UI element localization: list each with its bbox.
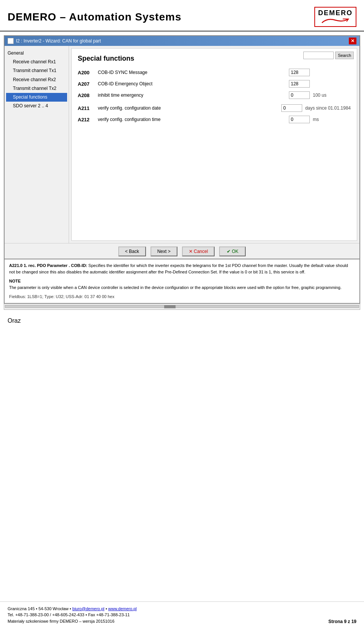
param-a208-unit: 100 us — [313, 93, 351, 98]
ok-button[interactable]: ✔ OK — [219, 246, 246, 256]
oraz-label: Oraz — [8, 317, 21, 324]
oraz-section: Oraz — [0, 310, 364, 332]
window-body: General Receive channel Rx1 Transmit cha… — [5, 46, 359, 243]
search-input[interactable] — [303, 52, 334, 59]
page-header: DEMERO – Automation Systems DEMERO — [0, 0, 364, 31]
scroll-thumb[interactable] — [164, 305, 176, 308]
param-a212-label: verify config. configuration time — [98, 117, 286, 122]
param-a207-label: COB-ID Emergency Object — [98, 81, 286, 86]
fieldbus-text: Fieldbus: 1LSB=1; Type: U32; USS-Adr: 01… — [9, 294, 355, 300]
footer-address: Graniczna 145 • 54-530 Wrocław • — [8, 606, 71, 611]
next-button[interactable]: Next > — [151, 246, 177, 256]
footer-phone-line: Tel. +48-71-388-23-00 / +48-605-242-433 … — [8, 612, 137, 618]
back-button[interactable]: < Back — [118, 246, 146, 256]
logo-box: DEMERO — [314, 7, 356, 27]
param-a211-code: A211 — [78, 105, 95, 111]
search-button[interactable]: Search — [335, 52, 354, 59]
param-a207-row: A207 COB-ID Emergency Object — [78, 80, 351, 88]
company-title: DEMERO – Automation Systems — [8, 11, 181, 23]
param-a212-row: A212 verify config. configuration time m… — [78, 116, 351, 123]
param-a208-input[interactable] — [289, 91, 310, 99]
window-app-icon: ⚙ — [8, 38, 14, 44]
search-bar: Search — [303, 52, 354, 59]
footer-address-line: Graniczna 145 • 54-530 Wrocław • biuro@d… — [8, 606, 137, 612]
param-a208-row: A208 inhibit time emergency 100 us — [78, 91, 351, 99]
wizard-window: ⚙ I2 : Inverter2 - Wizard: CAN for globa… — [4, 35, 360, 259]
footer-email-link[interactable]: biuro@demero.pl — [72, 606, 105, 611]
button-bar: < Back Next > ✕ Cancel ✔ OK — [5, 243, 359, 259]
param-a212-code: A212 — [78, 117, 95, 122]
param-a200-row: A200 COB-ID SYNC Message — [78, 69, 351, 76]
ok-check-icon: ✔ — [227, 249, 231, 254]
param-a207-input[interactable] — [289, 80, 310, 88]
logo-swoosh-icon — [320, 17, 350, 25]
footer-left: Graniczna 145 • 54-530 Wrocław • biuro@d… — [8, 606, 137, 625]
note-text: The parameter is only visible when a CAN… — [9, 284, 355, 291]
sidebar-item-general[interactable]: General — [6, 49, 67, 58]
param-a200-label: COB-ID SYNC Message — [98, 70, 286, 75]
sidebar-item-tx2[interactable]: Transmit channel Tx2 — [6, 84, 67, 93]
param-a211-unit: days since 01.01.1984 — [305, 105, 351, 111]
info-panel: A221.0 1. rec. PDO Parameter . COB-ID: S… — [4, 259, 360, 304]
page-footer: Graniczna 145 • 54-530 Wrocław • biuro@d… — [0, 601, 364, 628]
sidebar-item-sdo-server[interactable]: SDO server 2 .. 4 — [6, 102, 67, 110]
info-title: A221.0 1. rec. PDO Parameter . COB-ID: — [9, 263, 87, 268]
param-a200-input[interactable] — [289, 69, 310, 76]
logo-text: DEMERO — [318, 9, 353, 17]
sidebar-item-rx1[interactable]: Receive channel Rx1 — [6, 58, 67, 66]
scroll-track[interactable] — [5, 305, 359, 308]
param-a212-input[interactable] — [289, 116, 310, 123]
sidebar-item-tx1[interactable]: Transmit channel Tx1 — [6, 66, 67, 75]
footer-page-number: Strona 9 z 19 — [328, 619, 356, 624]
cancel-button[interactable]: ✕ Cancel — [182, 246, 215, 256]
sidebar-tree: General Receive channel Rx1 Transmit cha… — [5, 46, 69, 243]
footer-materials-line: Materiały szkoleniowe firmy DEMERO – wer… — [8, 618, 137, 625]
cancel-x-icon: ✕ — [189, 249, 193, 254]
window-title: I2 : Inverter2 - Wizard: CAN for global … — [16, 38, 101, 44]
param-a211-label: verify config. configuration date — [98, 105, 278, 111]
window-close-button[interactable]: ✕ — [349, 38, 356, 44]
main-content: Search Special functions A200 COB-ID SYN… — [71, 48, 357, 241]
sidebar-item-special-functions[interactable]: Special functions — [6, 93, 67, 102]
param-a208-code: A208 — [78, 93, 95, 98]
footer-website-link[interactable]: www.demero.pl — [108, 606, 136, 611]
param-a211-input[interactable] — [281, 104, 302, 112]
logo-area: DEMERO — [314, 7, 356, 27]
note-title: NOTE — [9, 278, 355, 284]
param-a211-row: A211 verify config. configuration date d… — [78, 104, 351, 112]
param-a212-unit: ms — [313, 117, 351, 122]
param-a207-code: A207 — [78, 81, 95, 87]
window-titlebar: ⚙ I2 : Inverter2 - Wizard: CAN for globa… — [5, 36, 359, 46]
param-a208-label: inhibit time emergency — [98, 93, 286, 98]
param-a200-code: A200 — [78, 70, 95, 75]
scroll-bar-area[interactable] — [4, 304, 360, 310]
titlebar-left: ⚙ I2 : Inverter2 - Wizard: CAN for globa… — [8, 38, 101, 44]
sidebar-item-rx2[interactable]: Receive channel Rx2 — [6, 75, 67, 84]
